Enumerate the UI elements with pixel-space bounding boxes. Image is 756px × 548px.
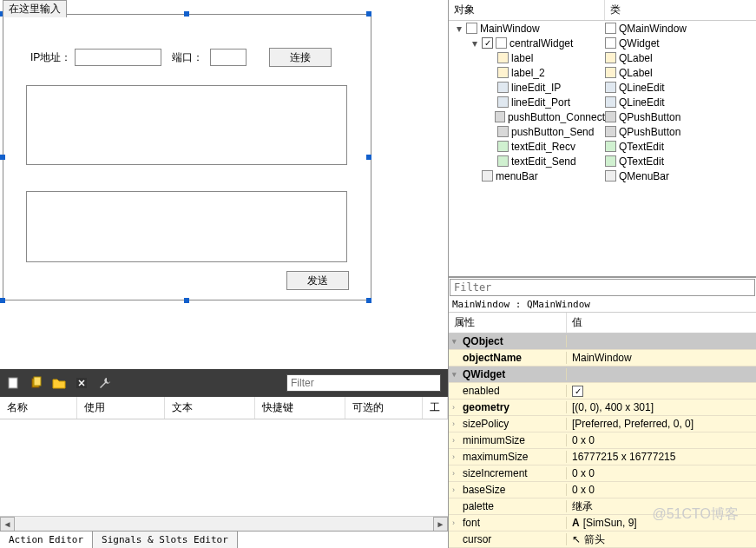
- resize-handle[interactable]: [0, 298, 5, 303]
- action-filter-input[interactable]: [286, 374, 441, 392]
- expand-icon[interactable]: ▾: [452, 370, 461, 379]
- receive-textarea[interactable]: [26, 85, 347, 165]
- expand-icon[interactable]: ▾: [455, 23, 463, 35]
- expand-icon[interactable]: ›: [452, 469, 461, 478]
- cursor-icon: ↖: [572, 533, 581, 545]
- text-icon: [497, 141, 509, 152]
- tree-item[interactable]: ▾✓centralWidgetQWidget: [449, 36, 756, 50]
- line-icon: [605, 96, 616, 108]
- action-body[interactable]: [0, 419, 448, 498]
- scroll-right-icon[interactable]: ►: [433, 517, 448, 531]
- property-value: 0 x 0: [572, 434, 595, 446]
- property-value: [Preferred, Preferred, 0, 0]: [572, 418, 694, 430]
- tree-item[interactable]: textEdit_SendQTextEdit: [449, 154, 756, 168]
- send-button[interactable]: 发送: [286, 271, 349, 290]
- tree-item[interactable]: ▾MainWindowQMainWindow: [449, 21, 756, 36]
- action-table: 名称 使用 文本 快捷键 可选的 工: [0, 397, 448, 516]
- connect-button[interactable]: 连接: [269, 48, 332, 67]
- col-class[interactable]: 类: [605, 0, 756, 20]
- expand-icon[interactable]: ›: [452, 419, 461, 428]
- tree-item[interactable]: pushButton_SendQPushButton: [449, 124, 756, 139]
- property-editor: MainWindow : QMainWindow 属性 值 ▾QObjectob…: [449, 276, 756, 548]
- col-optional[interactable]: 可选的: [345, 397, 423, 419]
- port-input[interactable]: [210, 49, 247, 66]
- label-icon: [497, 52, 509, 63]
- tree-item-class: QWidget: [619, 37, 660, 50]
- checkbox[interactable]: ✓: [572, 386, 583, 397]
- resize-handle[interactable]: [184, 298, 189, 303]
- tree-item-name: textEdit_Send: [511, 155, 576, 168]
- port-label: 端口：: [172, 50, 203, 65]
- tab-action-editor[interactable]: Action Editor: [0, 531, 93, 548]
- send-textarea[interactable]: [26, 191, 347, 262]
- col-tool[interactable]: 工: [423, 397, 448, 419]
- property-row[interactable]: ›sizePolicy[Preferred, Preferred, 0, 0]: [449, 416, 756, 432]
- col-object[interactable]: 对象: [449, 0, 605, 20]
- property-row[interactable]: ▾QWidget: [449, 366, 756, 383]
- btn-icon: [605, 111, 616, 122]
- tree-item[interactable]: label_2QLabel: [449, 65, 756, 80]
- resize-handle[interactable]: [366, 11, 371, 17]
- scroll-left-icon[interactable]: ◄: [0, 517, 15, 531]
- property-name: palette: [463, 500, 494, 512]
- property-row[interactable]: ▾QObject: [449, 333, 756, 350]
- h-scrollbar[interactable]: ◄ ►: [0, 516, 448, 531]
- property-value: 0 x 0: [572, 484, 595, 496]
- property-value: MainWindow: [572, 352, 632, 364]
- ip-input[interactable]: [75, 49, 161, 66]
- ip-label: IP地址：: [30, 50, 71, 65]
- resize-handle[interactable]: [366, 298, 371, 303]
- expand-icon[interactable]: ›: [452, 403, 461, 412]
- col-text[interactable]: 文本: [165, 397, 255, 419]
- col-use[interactable]: 使用: [77, 397, 165, 419]
- expand-icon[interactable]: ›: [452, 452, 461, 461]
- expand-icon[interactable]: ▾: [452, 337, 461, 346]
- property-row[interactable]: objectNameMainWindow: [449, 350, 756, 366]
- resize-handle[interactable]: [0, 155, 5, 160]
- col-shortcut[interactable]: 快捷键: [255, 397, 345, 419]
- form-tab[interactable]: 在这里输入: [3, 0, 67, 17]
- tree-item-class: QMainWindow: [619, 23, 687, 35]
- resize-handle[interactable]: [184, 11, 189, 17]
- new-action-icon[interactable]: [7, 376, 21, 390]
- tree-item-name: pushButton_Send: [511, 126, 594, 138]
- tree-item[interactable]: menuBarQMenuBar: [449, 168, 756, 183]
- form-designer[interactable]: 在这里输入 IP地址： 端口： 连接 发送: [0, 0, 448, 369]
- property-value: 0 x 0: [572, 467, 595, 479]
- property-row[interactable]: enabled✓: [449, 383, 756, 399]
- col-name[interactable]: 名称: [0, 397, 77, 419]
- property-row[interactable]: ›fontA[SimSun, 9]: [449, 515, 756, 531]
- tree-item[interactable]: lineEdit_IPQLineEdit: [449, 80, 756, 95]
- wrench-icon[interactable]: [97, 376, 111, 390]
- property-row[interactable]: ›maximumSize16777215 x 16777215: [449, 449, 756, 465]
- expand-icon[interactable]: ›: [452, 436, 461, 445]
- resize-handle[interactable]: [366, 155, 371, 160]
- svg-rect-0: [9, 378, 17, 388]
- folder-icon[interactable]: [52, 376, 66, 390]
- col-value[interactable]: 值: [567, 313, 756, 333]
- tree-item[interactable]: labelQLabel: [449, 50, 756, 65]
- layout-check-icon: ✓: [482, 37, 493, 49]
- property-row[interactable]: palette继承: [449, 498, 756, 515]
- tree-item[interactable]: lineEdit_PortQLineEdit: [449, 95, 756, 109]
- expand-icon[interactable]: ▾: [470, 37, 479, 50]
- tree-item-class: QPushButton: [619, 111, 680, 123]
- expand-icon[interactable]: ›: [452, 485, 461, 494]
- copy-icon[interactable]: [30, 376, 43, 390]
- property-row[interactable]: ›minimumSize0 x 0: [449, 432, 756, 449]
- tree-item-name: lineEdit_IP: [511, 82, 561, 94]
- property-row[interactable]: ›sizeIncrement0 x 0: [449, 465, 756, 482]
- tree-item[interactable]: textEdit_RecvQTextEdit: [449, 139, 756, 154]
- property-row[interactable]: ›baseSize0 x 0: [449, 482, 756, 498]
- tab-signals-editor[interactable]: Signals & Slots Editor: [93, 531, 238, 548]
- property-filter-input[interactable]: [450, 279, 755, 296]
- action-toolbar: [0, 369, 448, 397]
- delete-icon[interactable]: [75, 376, 89, 390]
- col-attr[interactable]: 属性: [449, 313, 567, 333]
- btn-icon: [605, 126, 616, 137]
- expand-icon[interactable]: ›: [452, 518, 461, 527]
- tree-item[interactable]: pushButton_ConnectQPushButton: [449, 109, 756, 124]
- property-row[interactable]: ›geometry[(0, 0), 400 x 301]: [449, 399, 756, 416]
- object-inspector[interactable]: 对象 类 ▾MainWindowQMainWindow▾✓centralWidg…: [449, 0, 756, 276]
- property-row[interactable]: cursor↖箭头: [449, 531, 756, 548]
